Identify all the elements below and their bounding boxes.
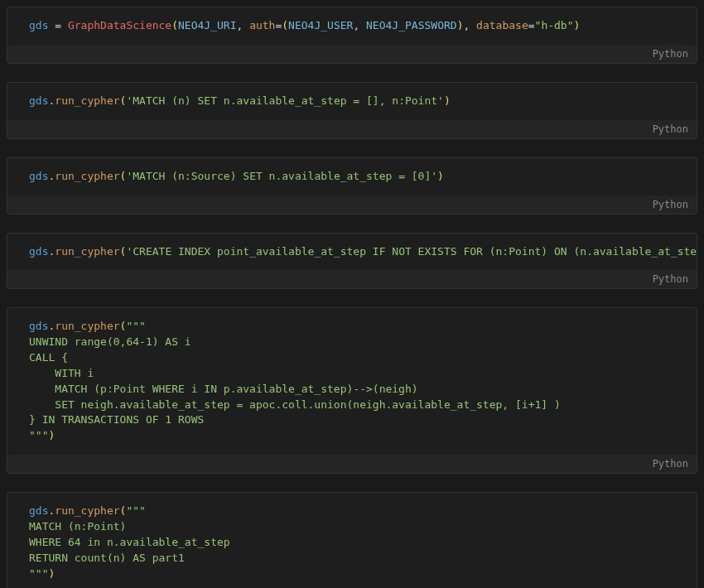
- token: 'MATCH (n) SET n.available_at_step = [],…: [126, 94, 444, 107]
- code-cell[interactable]: gds.run_cypher('CREATE INDEX point_avail…: [7, 233, 697, 290]
- token: run_cypher: [55, 170, 119, 182]
- token: ): [48, 567, 55, 580]
- language-label: Python: [7, 120, 697, 138]
- code-cell[interactable]: gds.run_cypher('MATCH (n:Source) SET n.a…: [7, 157, 697, 214]
- token: GraphDataScience: [68, 19, 171, 31]
- token: gds: [29, 19, 48, 31]
- token: "h-db": [535, 19, 574, 31]
- language-label: Python: [7, 195, 697, 214]
- token: database: [476, 19, 528, 31]
- code-content[interactable]: gds.run_cypher('CREATE INDEX point_avail…: [7, 234, 697, 271]
- token: run_cypher: [55, 320, 119, 332]
- language-label: Python: [7, 45, 697, 63]
- code-content[interactable]: gds.run_cypher('MATCH (n:Source) SET n.a…: [7, 158, 697, 195]
- code-cell[interactable]: gds.run_cypher(""" MATCH (n:Point) WHERE…: [7, 492, 697, 588]
- token: (: [282, 19, 288, 31]
- code-content[interactable]: gds = GraphDataScience(NEO4J_URI, auth=(…: [7, 7, 697, 45]
- token: ,: [236, 19, 249, 31]
- language-label: Python: [7, 455, 697, 473]
- code-content[interactable]: gds.run_cypher(""" UNWIND range(0,64-1) …: [7, 308, 697, 455]
- code-content[interactable]: gds.run_cypher(""" MATCH (n:Point) WHERE…: [7, 493, 697, 588]
- token: NEO4J_USER: [288, 19, 353, 31]
- token: ,: [463, 19, 476, 31]
- token: =: [48, 19, 67, 31]
- code-cell[interactable]: gds.run_cypher('MATCH (n) SET n.availabl…: [7, 82, 697, 139]
- code-content[interactable]: gds.run_cypher('MATCH (n) SET n.availabl…: [7, 83, 697, 120]
- token: gds: [29, 94, 48, 107]
- token: 'MATCH (n:Source) SET n.available_at_ste…: [126, 170, 437, 182]
- token: gds: [29, 504, 48, 517]
- token: gds: [29, 245, 48, 258]
- code-cell[interactable]: gds.run_cypher(""" UNWIND range(0,64-1) …: [7, 307, 697, 474]
- token: 'CREATE INDEX point_available_at_step IF…: [126, 245, 697, 258]
- token: gds: [29, 320, 48, 332]
- token: run_cypher: [55, 245, 119, 258]
- token: ): [444, 94, 451, 107]
- token: ): [437, 170, 444, 182]
- token: ): [48, 429, 55, 441]
- token: auth: [249, 19, 275, 31]
- token: ): [574, 19, 581, 31]
- token: run_cypher: [55, 504, 119, 517]
- token: gds: [29, 170, 48, 182]
- token: run_cypher: [55, 94, 119, 107]
- cells-container: gds = GraphDataScience(NEO4J_URI, auth=(…: [7, 7, 697, 588]
- token: ,: [353, 19, 366, 31]
- token: NEO4J_PASSWORD: [366, 19, 457, 31]
- token: """ UNWIND range(0,64-1) AS i CALL { WIT…: [29, 320, 561, 441]
- code-cell[interactable]: gds = GraphDataScience(NEO4J_URI, auth=(…: [7, 7, 697, 64]
- token: (: [171, 19, 178, 31]
- token: NEO4J_URI: [178, 19, 236, 31]
- token: =: [528, 19, 535, 31]
- language-label: Python: [7, 270, 697, 288]
